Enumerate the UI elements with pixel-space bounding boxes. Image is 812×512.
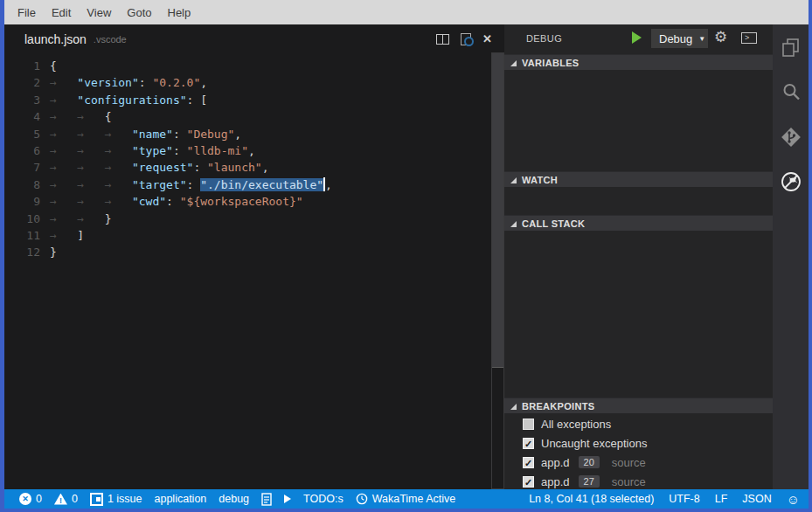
breakpoint-row[interactable]: ✓Uncaught exceptions [504,433,773,453]
tab-whitespace-arrow: → [50,110,77,123]
code-token: "target" [132,178,187,191]
code-token: ] [77,229,84,242]
status-item-0[interactable]: ✕0 [19,493,42,505]
status-item-ln-8-col-41-18-selected-[interactable]: Ln 8, Col 41 (18 selected) [529,493,654,505]
menu-item-file[interactable]: File [10,6,44,19]
debug-console-icon[interactable]: > [741,32,757,44]
status-item-0[interactable]: !0 [54,493,78,505]
status-item-debug[interactable]: debug [219,493,249,505]
code-line[interactable]: 9→ → → "cwd": "${workspaceRoot}" [4,193,490,210]
breakpoint-hint: source [612,475,646,488]
section-header-call-stack[interactable]: CALL STACK [504,215,773,231]
code-token: "${workspaceRoot}" [180,195,303,208]
breakpoint-row[interactable]: ✓app.d27source [504,472,773,489]
tab-whitespace-arrow: → [105,161,132,174]
code-text: → ] [40,227,84,244]
line-number-badge: 27 [579,475,600,488]
status-item[interactable] [261,493,272,506]
code-text: → "version": "0.2.0", [40,74,207,91]
breakpoint-checkbox[interactable]: ✓ [523,457,534,468]
selected-text: "./bin/executable" [200,178,323,191]
configure-gear-icon[interactable]: ⚙ [714,28,727,47]
twistie-icon [510,404,517,410]
line-number: 1 [4,58,40,74]
tab-whitespace-arrow: → [50,195,77,208]
code-line[interactable]: 8→ → → "target": "./bin/executable", [4,176,490,193]
code-line[interactable]: 11→ ] [4,227,490,244]
debug-icon[interactable] [780,170,802,193]
status-item-lf[interactable]: LF [715,493,728,505]
window-border-right [809,0,812,512]
menu-item-view[interactable]: View [79,6,119,19]
code-line[interactable]: 4→ → { [4,108,490,125]
status-item-utf-8[interactable]: UTF-8 [669,493,699,505]
code-token: : [ [187,93,207,107]
tab-folder-hint: .vscode [94,34,127,45]
code-line[interactable]: 2→ "version": "0.2.0", [4,74,490,91]
explorer-icon[interactable] [780,37,802,59]
breakpoint-row[interactable]: All exceptions [504,414,773,433]
section-title: VARIABLES [522,58,579,68]
status-label: LF [715,493,728,505]
search-icon[interactable] [780,80,802,103]
line-number: 6 [4,142,40,159]
editor-scrollbar[interactable] [491,52,504,489]
code-token: , [200,76,207,89]
code-token: { [50,59,57,73]
tab-whitespace-arrow: → [50,161,77,174]
tab-title[interactable]: launch.json [24,32,87,46]
tab-whitespace-arrow: → [50,212,77,225]
status-bar: ✕0!01 issueapplicationdebugTODO:sWakaTim… [0,489,812,509]
section-header-variables[interactable]: VARIABLES [504,54,773,70]
code-editor[interactable]: 1{2→ "version": "0.2.0",3→ "configuratio… [4,58,490,261]
code-token: : [139,76,153,89]
status-item[interactable] [284,495,291,503]
breakpoint-checkbox[interactable] [523,419,534,430]
editor-group[interactable]: launch.json .vscode ✕ 1{2→ "version": "0… [4,24,504,489]
breakpoint-label: app.d [541,456,570,469]
code-token: : [187,178,201,191]
menu-item-goto[interactable]: Goto [119,6,159,19]
error-icon: ✕ [19,493,31,505]
code-line[interactable]: 1{ [4,58,490,74]
code-line[interactable]: 10→ → } [4,211,490,227]
split-editor-icon[interactable] [436,34,449,45]
status-item-application[interactable]: application [155,493,207,505]
menu-item-edit[interactable]: Edit [44,6,79,19]
breakpoint-label: Uncaught exceptions [541,437,647,450]
status-item-todo-s[interactable]: TODO:s [303,493,344,505]
section-title: BREAKPOINTS [522,401,594,412]
code-token: "name" [132,128,173,141]
status-item-json[interactable]: JSON [742,493,771,505]
code-line[interactable]: 6→ → → "type": "lldb-mi", [4,142,490,159]
tab-whitespace-arrow: → [77,161,104,174]
debug-config-dropdown[interactable]: Debug ▼ [651,29,708,48]
close-icon[interactable]: ✕ [482,33,492,45]
code-line[interactable]: 5→ → → "name": "Debug", [4,126,490,142]
breakpoint-checkbox[interactable]: ✓ [523,476,534,488]
code-token: "lldb-mi" [187,144,248,157]
scrollbar-thumb[interactable] [492,53,503,368]
breakpoint-checkbox[interactable]: ✓ [523,438,534,449]
menu-item-help[interactable]: Help [160,6,199,19]
code-token: : [173,144,187,157]
open-preview-icon[interactable] [461,33,471,45]
section-header-breakpoints[interactable]: BREAKPOINTS [504,398,773,413]
code-line[interactable]: 12} [4,244,490,260]
source-control-icon[interactable] [780,126,802,149]
breakpoint-row[interactable]: ✓app.d20source [504,453,773,472]
start-debug-button[interactable] [632,31,642,44]
debug-panel-title: DEBUG [526,33,562,44]
line-number: 11 [4,227,40,244]
code-text: → → → "name": "Debug", [40,126,241,142]
line-number: 10 [4,211,40,227]
status-item-wakatime-active[interactable]: WakaTime Active [356,493,456,505]
status-item-1-issue[interactable]: 1 issue [90,493,142,506]
code-token: "request" [132,161,193,174]
status-label: TODO:s [303,493,344,505]
section-header-watch[interactable]: WATCH [504,171,773,187]
code-line[interactable]: 7→ → → "request": "launch", [4,159,490,176]
status-item--[interactable]: ☺ [787,493,800,506]
code-line[interactable]: 3→ "configurations": [ [4,92,490,108]
breakpoint-label: app.d [541,475,570,488]
